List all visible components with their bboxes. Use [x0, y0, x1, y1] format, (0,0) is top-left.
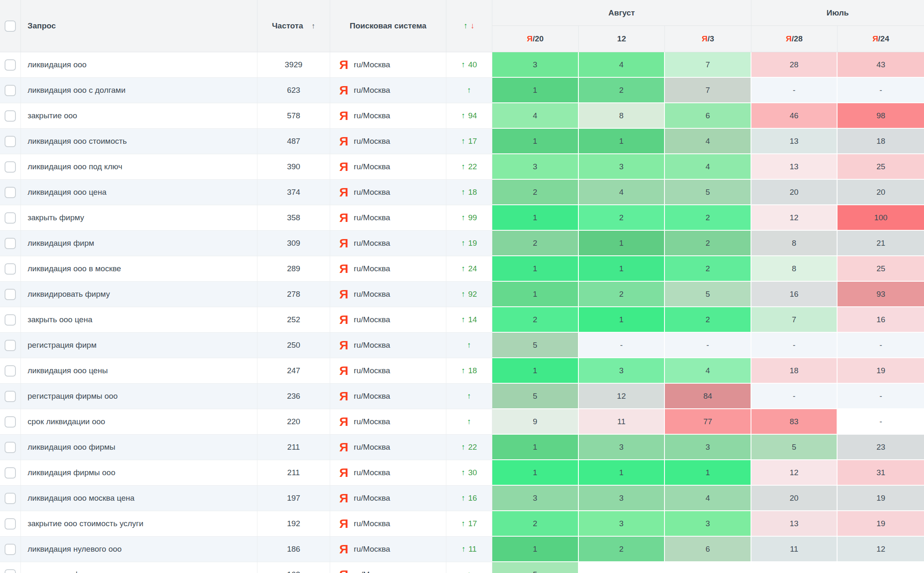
- row-checkbox[interactable]: [5, 187, 16, 198]
- table-row: ликвидация ооо под ключ 390 Я ru/Москва …: [0, 154, 924, 180]
- table-row: ликвидация фирм 309 Я ru/Москва ↑ 19 2 1…: [0, 231, 924, 256]
- position-cell: 4: [579, 180, 665, 205]
- change-cell: ↑ 22: [446, 435, 492, 460]
- change-value: 30: [468, 468, 477, 477]
- engine-region-label: ru/Москва: [354, 443, 390, 452]
- yandex-icon: Я: [527, 34, 533, 43]
- change-value: 14: [468, 315, 477, 324]
- change-cell: ↑: [446, 78, 492, 103]
- position-value: 3: [619, 366, 624, 375]
- position-cell: -: [751, 384, 838, 409]
- position-cell: 2: [492, 511, 579, 537]
- row-checkbox[interactable]: [5, 518, 16, 530]
- row-checkbox[interactable]: [5, 442, 16, 453]
- engine-region-label: ru/Москва: [354, 188, 390, 197]
- engine-region-label: ru/Москва: [354, 341, 390, 350]
- table-row: ликвидация ооо цена 374 Я ru/Москва ↑ 18…: [0, 180, 924, 205]
- column-header-change[interactable]: ↑ ↓: [446, 0, 492, 52]
- query-cell: закрыть ооо цена: [21, 307, 257, 333]
- row-checkbox[interactable]: [5, 416, 16, 428]
- row-checkbox[interactable]: [5, 110, 16, 122]
- checkbox-cell: [0, 537, 21, 562]
- table-row: ликвидация ооо в москве 289 Я ru/Москва …: [0, 256, 924, 282]
- date-column-header[interactable]: 12: [579, 26, 665, 52]
- up-arrow-icon: ↑: [461, 162, 466, 171]
- position-value: 1: [533, 443, 537, 452]
- frequency-cell: 3929: [257, 52, 330, 78]
- row-checkbox[interactable]: [5, 212, 16, 224]
- frequency-value: 211: [287, 443, 300, 452]
- query-cell: ликвидация ооо под ключ: [21, 154, 257, 180]
- row-checkbox[interactable]: [5, 340, 16, 351]
- frequency-value: 197: [287, 494, 300, 503]
- search-engine-cell: Я ru/Москва: [330, 103, 446, 129]
- down-arrow-icon: ↓: [471, 21, 475, 31]
- query-text: ликвидация ооо с долгами: [28, 86, 125, 95]
- position-cell: 2: [665, 307, 751, 333]
- row-checkbox[interactable]: [5, 238, 16, 249]
- row-checkbox[interactable]: [5, 314, 16, 326]
- up-arrow-icon: ↑: [461, 494, 466, 503]
- select-all-checkbox[interactable]: [5, 20, 16, 32]
- position-cell: 18: [751, 358, 838, 384]
- change-cell: ↑: [446, 384, 492, 409]
- row-checkbox[interactable]: [5, 365, 16, 377]
- position-cell: 6: [665, 103, 751, 129]
- position-value: 5: [705, 290, 710, 299]
- column-header-frequency[interactable]: Частота ↑: [257, 0, 330, 52]
- position-cell: 7: [665, 52, 751, 78]
- row-checkbox[interactable]: [5, 493, 16, 504]
- frequency-cell: 247: [257, 358, 330, 384]
- position-value: 7: [705, 86, 710, 95]
- position-value: 83: [790, 417, 799, 426]
- query-cell: ликвидация ооо фирмы: [21, 435, 257, 460]
- position-value: -: [793, 341, 795, 350]
- row-checkbox[interactable]: [5, 391, 16, 402]
- row-checkbox[interactable]: [5, 569, 16, 573]
- position-value: 93: [876, 290, 885, 299]
- row-checkbox[interactable]: [5, 161, 16, 173]
- query-cell: ликвидация ооо с долгами: [21, 78, 257, 103]
- row-checkbox[interactable]: [5, 85, 16, 96]
- position-cell: 4: [665, 486, 751, 511]
- date-column-header[interactable]: Я/24: [837, 26, 924, 52]
- date-column-header[interactable]: Я/28: [751, 26, 838, 52]
- date-column-header[interactable]: Я/3: [665, 26, 751, 52]
- position-cell: 2: [579, 205, 665, 231]
- row-checkbox[interactable]: [5, 544, 16, 555]
- position-cell: -: [751, 333, 838, 358]
- search-engine-cell: Я ru/Москва: [330, 384, 446, 409]
- position-cell: 5: [492, 562, 579, 573]
- up-arrow-icon: ↑: [461, 545, 466, 554]
- row-checkbox[interactable]: [5, 59, 16, 71]
- position-cell: 2: [492, 180, 579, 205]
- query-cell: регистрация фирмы ооо: [21, 384, 257, 409]
- position-cell: 11: [751, 537, 838, 562]
- position-cell: 98: [837, 103, 924, 129]
- column-header-query[interactable]: Запрос: [21, 0, 257, 52]
- table-row: ликвидировать фирму 278 Я ru/Москва ↑ 92…: [0, 282, 924, 307]
- position-cell: 1: [492, 435, 579, 460]
- date-column-header[interactable]: Я/20: [492, 26, 579, 52]
- up-arrow-icon: ↑: [461, 443, 466, 452]
- date-label: 12: [617, 34, 626, 43]
- table-body: ликвидация ооо 3929 Я ru/Москва ↑ 40 3 4…: [0, 52, 924, 573]
- table-row: закрытие ооо стоимость услуги 192 Я ru/М…: [0, 511, 924, 537]
- row-checkbox[interactable]: [5, 136, 16, 147]
- frequency-cell: 192: [257, 511, 330, 537]
- row-checkbox[interactable]: [5, 263, 16, 275]
- position-value: 21: [876, 239, 885, 248]
- position-value: 7: [705, 60, 710, 69]
- position-value: 25: [876, 264, 885, 273]
- row-checkbox[interactable]: [5, 289, 16, 300]
- row-checkbox[interactable]: [5, 467, 16, 479]
- frequency-cell: 278: [257, 282, 330, 307]
- change-cell: ↑: [446, 409, 492, 435]
- position-value: 3: [705, 519, 710, 528]
- position-value: 77: [703, 417, 712, 426]
- engine-region-label: ru/Москва: [354, 366, 390, 375]
- position-value: 20: [790, 188, 799, 197]
- change-cell: ↑: [446, 333, 492, 358]
- frequency-value: 236: [287, 392, 300, 401]
- position-cell: 20: [837, 180, 924, 205]
